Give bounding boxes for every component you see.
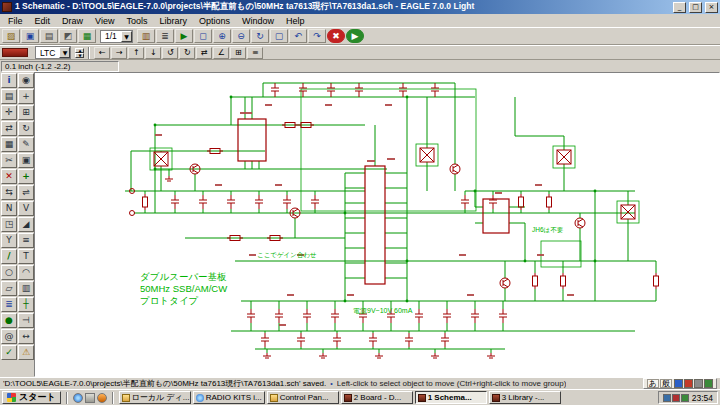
- ime-input-mode-button[interactable]: あ: [647, 379, 659, 388]
- zoom-in-button[interactable]: ⊕: [213, 29, 231, 43]
- start-button[interactable]: スタート: [2, 391, 61, 404]
- tool-split[interactable]: Y: [1, 233, 17, 248]
- schematic-canvas[interactable]: ダブルスーパー基板 50MHz SSB/AM/CW プロトタイプ 電源9V~10…: [34, 72, 720, 377]
- go-button[interactable]: ▶: [346, 29, 364, 43]
- tool-invoke[interactable]: ≡: [18, 233, 34, 248]
- redo-button[interactable]: ↷: [308, 29, 326, 43]
- tool-polygon[interactable]: ▥: [18, 281, 34, 296]
- menu-tools[interactable]: Tools: [120, 16, 153, 26]
- undo-button[interactable]: ↶: [289, 29, 307, 43]
- tool-group[interactable]: ▦: [1, 137, 17, 152]
- tool-attribute[interactable]: @: [1, 329, 17, 344]
- tool-net[interactable]: ┼: [18, 297, 34, 312]
- menu-file[interactable]: File: [2, 16, 29, 26]
- menu-library[interactable]: Library: [153, 16, 193, 26]
- tool-text[interactable]: T: [18, 249, 34, 264]
- dropdown-arrow-icon[interactable]: ▼: [121, 31, 132, 42]
- tool-mirror[interactable]: ⇄: [1, 121, 17, 136]
- minimize-button[interactable]: _: [673, 2, 686, 13]
- quicklaunch-ie-icon[interactable]: [73, 393, 83, 403]
- menu-options[interactable]: Options: [193, 16, 236, 26]
- titlebar[interactable]: 1 Schematic - D:\TOOL5\EAGLE-7.0.0\proje…: [0, 0, 720, 14]
- tool-miter[interactable]: ◢: [18, 217, 34, 232]
- tray-volume-icon[interactable]: [663, 394, 671, 402]
- tray-antivirus-icon[interactable]: [672, 394, 680, 402]
- tool-gateswap[interactable]: ⇌: [18, 185, 34, 200]
- param-mirror-button[interactable]: ⇄: [196, 47, 212, 59]
- param-left-button[interactable]: ←: [94, 47, 110, 59]
- task-board[interactable]: 2 Board - D...: [341, 391, 413, 404]
- print-button[interactable]: ▤: [40, 29, 58, 43]
- tool-circle[interactable]: ○: [1, 265, 17, 280]
- ime-dictionary-icon[interactable]: [684, 379, 693, 388]
- tool-erc[interactable]: ✓: [1, 345, 17, 360]
- param-grid-button[interactable]: ⊞: [230, 47, 246, 59]
- menu-edit[interactable]: Edit: [29, 16, 57, 26]
- tool-arc[interactable]: ◠: [18, 265, 34, 280]
- param-down-button[interactable]: ↓: [145, 47, 161, 59]
- ime-tools-icon[interactable]: [674, 379, 683, 388]
- stop-button[interactable]: ✖: [327, 29, 345, 43]
- menu-draw[interactable]: Draw: [56, 16, 89, 26]
- tool-value[interactable]: V: [18, 201, 34, 216]
- tool-junction[interactable]: ●: [1, 313, 17, 328]
- tool-rotate[interactable]: ↻: [18, 121, 34, 136]
- taskbar-clock[interactable]: 23:54: [692, 393, 713, 403]
- cam-button[interactable]: ◩: [59, 29, 77, 43]
- tool-copy[interactable]: ⊞: [18, 105, 34, 120]
- tool-display[interactable]: ▤: [1, 89, 17, 104]
- tool-pinswap[interactable]: ⇆: [1, 185, 17, 200]
- tool-delete[interactable]: ✕: [1, 169, 17, 184]
- ime-pad-icon[interactable]: [694, 379, 703, 388]
- quicklaunch-show-desktop-icon[interactable]: [85, 393, 95, 403]
- dropdown-arrow-icon[interactable]: ▼: [59, 47, 70, 58]
- quicklaunch-media-player-icon[interactable]: [97, 393, 107, 403]
- param-angle-button[interactable]: ∠: [213, 47, 229, 59]
- menu-help[interactable]: Help: [280, 16, 311, 26]
- run-ulp-button[interactable]: ▶: [175, 29, 193, 43]
- param-up-button[interactable]: ↑: [128, 47, 144, 59]
- tool-rect[interactable]: ▱: [1, 281, 17, 296]
- param-rotate-ccw-button[interactable]: ↺: [162, 47, 178, 59]
- menu-window[interactable]: Window: [236, 16, 280, 26]
- task-schematic[interactable]: 1 Schema...: [415, 391, 487, 404]
- tool-smash[interactable]: ◳: [1, 217, 17, 232]
- ime-help-icon[interactable]: [704, 379, 713, 388]
- ime-conversion-mode-button[interactable]: 般: [660, 379, 672, 388]
- tool-mark[interactable]: +: [18, 89, 34, 104]
- zoom-fit-button[interactable]: ◻: [194, 29, 212, 43]
- use-library-button[interactable]: ▥: [137, 29, 155, 43]
- close-button[interactable]: ×: [705, 2, 718, 13]
- save-button[interactable]: ▣: [21, 29, 39, 43]
- maximize-button[interactable]: □: [689, 2, 702, 13]
- open-button[interactable]: ▨: [2, 29, 20, 43]
- task-library[interactable]: 3 Library -...: [489, 391, 561, 404]
- tool-change[interactable]: ✎: [18, 137, 34, 152]
- zoom-select-button[interactable]: ▢: [270, 29, 288, 43]
- tool-info[interactable]: i: [1, 73, 17, 88]
- tool-paste[interactable]: ▣: [18, 153, 34, 168]
- script-button[interactable]: ≣: [156, 29, 174, 43]
- tool-dimension[interactable]: ↔: [18, 329, 34, 344]
- zoom-redraw-button[interactable]: ↻: [251, 29, 269, 43]
- tool-bus[interactable]: ≣: [1, 297, 17, 312]
- tool-errors[interactable]: ⚠: [18, 345, 34, 360]
- board-button[interactable]: ▦: [78, 29, 96, 43]
- task-local-disk[interactable]: ローカル ディ...: [119, 391, 191, 404]
- tool-label[interactable]: ⊣: [18, 313, 34, 328]
- menu-view[interactable]: View: [89, 16, 120, 26]
- param-right-button[interactable]: →: [111, 47, 127, 59]
- tool-move[interactable]: ✛: [1, 105, 17, 120]
- tool-show[interactable]: ◉: [18, 73, 34, 88]
- tool-cut[interactable]: ✂: [1, 153, 17, 168]
- spinner-down-icon[interactable]: ▼: [75, 53, 84, 58]
- tool-add[interactable]: +: [18, 169, 34, 184]
- task-radio-kits[interactable]: RADIO KITS i...: [193, 391, 265, 404]
- tool-name[interactable]: N: [1, 201, 17, 216]
- task-control-panel[interactable]: Control Pan...: [267, 391, 339, 404]
- tray-ime-icon[interactable]: [681, 394, 689, 402]
- zoom-out-button[interactable]: ⊖: [232, 29, 250, 43]
- tool-wire[interactable]: /: [1, 249, 17, 264]
- sheet-selector[interactable]: 1/1 ▼: [100, 30, 133, 43]
- param-options-button[interactable]: ≡: [247, 47, 263, 59]
